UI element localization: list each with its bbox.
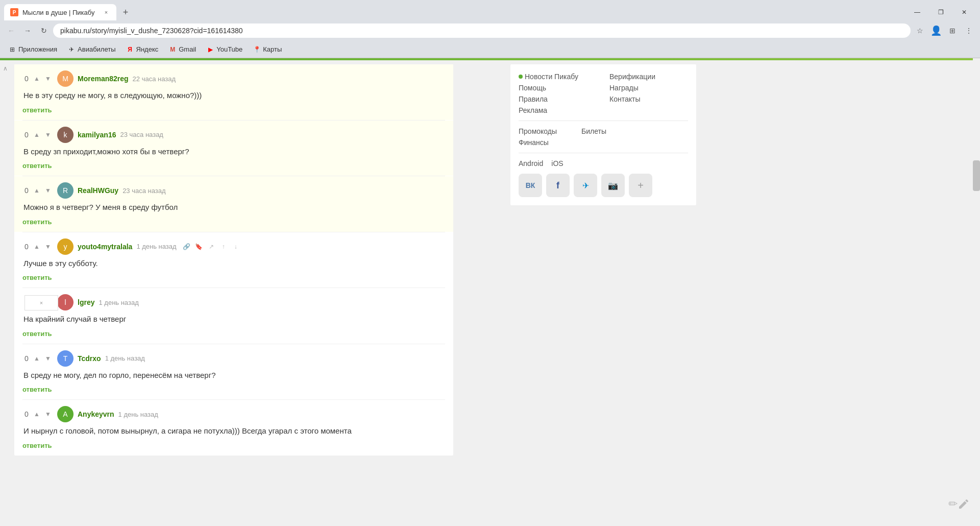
sidebar-divider-2	[519, 153, 688, 153]
vote-down-button[interactable]: ▼	[43, 74, 53, 84]
reply-button[interactable]: ответить	[22, 106, 52, 114]
yandex-icon: Я	[126, 45, 134, 54]
sidebar-link-ads[interactable]: Реклама	[519, 106, 597, 114]
tab-close-button[interactable]: ×	[102, 8, 110, 16]
bookmark-gmail[interactable]: M Gmail	[164, 43, 200, 56]
username[interactable]: Anykeyvrn	[78, 410, 114, 418]
vote-controls: 0 ▲ ▼	[22, 409, 53, 419]
scroll-up-arrow[interactable]: ∧	[1, 64, 9, 73]
maps-icon: 📍	[253, 45, 261, 54]
pen-icon[interactable]: ✏	[948, 497, 958, 511]
reply-button[interactable]: ответить	[22, 274, 52, 281]
sidebar-link-contacts[interactable]: Контакты	[609, 95, 688, 103]
vote-up-button[interactable]: ▲	[32, 74, 42, 84]
bookmark-icon[interactable]: 🔖	[195, 243, 203, 251]
vote-down-button[interactable]: ▼	[43, 130, 53, 140]
sidebar-link-news[interactable]: Новости Пикабу	[519, 73, 597, 81]
comment-item: 0 ▲ ▼ R RealHWGuy 23 часа назад Можно я …	[14, 176, 453, 232]
sidebar-link-awards-label: Награды	[609, 84, 639, 92]
vote-up-button[interactable]: ▲	[32, 409, 42, 419]
pen-icon-container: ✏	[948, 497, 970, 511]
vote-down-button[interactable]: ▼	[43, 353, 53, 364]
sidebar-link-help[interactable]: Помощь	[519, 84, 597, 92]
comment-header: 0 ▲ ▼ R RealHWGuy 23 часа назад	[22, 182, 445, 199]
extensions-button[interactable]: ⊞	[945, 23, 960, 38]
vote-count: 0	[22, 131, 31, 139]
ad-close-button[interactable]: ×	[24, 295, 58, 310]
username[interactable]: kamilyan16	[78, 131, 116, 139]
instagram-social-button[interactable]: 📷	[601, 174, 625, 197]
minimize-button[interactable]: —	[905, 4, 929, 20]
sidebar-link-rules[interactable]: Правила	[519, 95, 597, 103]
vote-up-button[interactable]: ▲	[32, 130, 42, 140]
scroll-thumb[interactable]	[973, 160, 980, 191]
sidebar-link-finance[interactable]: Финансы	[519, 138, 557, 147]
vote-up-button[interactable]: ▲	[32, 242, 42, 252]
plus-social-button[interactable]: +	[629, 174, 652, 197]
bookmark-yandex[interactable]: Я Яндекс	[122, 43, 163, 56]
username[interactable]: youto4mytralala	[78, 243, 132, 251]
avatar: k	[57, 127, 74, 143]
username[interactable]: RealHWGuy	[78, 186, 118, 195]
username[interactable]: lgrey	[78, 298, 94, 306]
bookmark-apps[interactable]: ⊞ Приложения	[4, 43, 61, 56]
reply-button[interactable]: ответить	[22, 330, 52, 338]
maximize-button[interactable]: ❐	[929, 4, 952, 20]
tab-title: Мысли в душе | Пикабу	[22, 9, 98, 16]
reply-button[interactable]: ответить	[22, 218, 52, 226]
active-tab[interactable]: P Мысли в душе | Пикабу ×	[4, 4, 116, 20]
vote-up-button[interactable]: ▲	[32, 353, 42, 364]
sort-down-icon[interactable]: ↓	[232, 243, 240, 251]
bookmarks-bar: ⊞ Приложения ✈ Авиабилеты Я Яндекс M Gma…	[0, 41, 980, 58]
username[interactable]: Moreman82reg	[78, 75, 129, 83]
share-icon[interactable]: ↗	[207, 243, 215, 251]
sidebar-link-promo[interactable]: Промокоды	[519, 127, 557, 135]
timestamp: 23 часа назад	[120, 131, 163, 138]
vote-down-button[interactable]: ▼	[43, 409, 53, 419]
vote-down-button[interactable]: ▼	[43, 242, 53, 252]
back-button[interactable]: ←	[4, 23, 18, 38]
reply-button[interactable]: ответить	[22, 386, 52, 393]
vote-up-button[interactable]: ▲	[32, 185, 42, 196]
sidebar-link-verification[interactable]: Верификации	[609, 73, 688, 81]
sidebar-link-awards[interactable]: Награды	[609, 84, 688, 92]
comment-actions: 🔗 🔖 ↗ ↑ ↓	[183, 243, 240, 251]
telegram-social-button[interactable]: ✈	[574, 174, 597, 197]
vote-count: 0	[22, 354, 31, 363]
bookmark-avia[interactable]: ✈ Авиабилеты	[63, 43, 119, 56]
sort-up-icon[interactable]: ↑	[219, 243, 228, 251]
bookmark-maps[interactable]: 📍 Карты	[249, 43, 286, 56]
sidebar-link-promo-label: Промокоды	[519, 127, 557, 135]
comment-header: 0 ▲ ▼ A Anykeyvrn 1 день назад	[22, 406, 445, 422]
menu-button[interactable]: ⋮	[962, 23, 976, 38]
vk-social-button[interactable]: ВК	[519, 174, 542, 197]
bookmark-yandex-label: Яндекс	[136, 45, 159, 53]
reply-button[interactable]: ответить	[22, 442, 52, 449]
comments-section: 0 ▲ ▼ M Moreman82reg 22 часа назад Не в …	[14, 64, 453, 456]
tab-favicon: P	[10, 8, 18, 16]
url-bar[interactable]: pikabu.ru/story/myisli_v_dushe_7230628?c…	[53, 23, 911, 38]
refresh-button[interactable]: ↻	[37, 23, 51, 38]
vote-down-button[interactable]: ▼	[43, 185, 53, 196]
bookmark-youtube[interactable]: ▶ YouTube	[202, 43, 247, 56]
link-icon[interactable]: 🔗	[183, 243, 191, 251]
username[interactable]: Tcdrxo	[78, 354, 101, 363]
close-button[interactable]: ✕	[952, 4, 976, 20]
reply-button[interactable]: ответить	[22, 162, 52, 170]
apps-icon: ⊞	[8, 45, 16, 54]
sidebar-link-tickets[interactable]: Билеты	[581, 127, 606, 135]
avatar: y	[57, 238, 74, 255]
vote-controls: 0 ▲ ▼	[22, 185, 53, 196]
new-tab-button[interactable]: +	[118, 5, 133, 19]
forward-button[interactable]: →	[20, 23, 35, 38]
avatar: l	[57, 294, 74, 310]
edit-icon[interactable]	[958, 498, 970, 510]
scrollbar[interactable]	[973, 58, 980, 515]
bookmark-star-button[interactable]: ☆	[913, 23, 927, 38]
facebook-social-button[interactable]: f	[546, 174, 570, 197]
sidebar-col1: Новости Пикабу Помощь Правила Реклама	[519, 73, 597, 114]
timestamp: 1 день назад	[136, 243, 176, 250]
profile-button[interactable]: 👤	[929, 23, 943, 38]
comment-header: 0 ▲ ▼ y youto4mytralala 1 день назад 🔗 🔖…	[22, 238, 445, 255]
comment-item: 0 ▲ ▼ k kamilyan16 23 часа назад В среду…	[14, 121, 453, 176]
